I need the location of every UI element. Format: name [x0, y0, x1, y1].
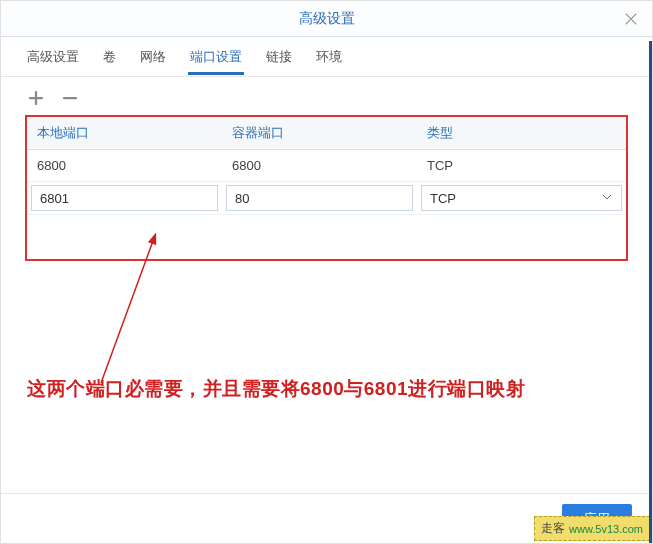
close-button[interactable]	[620, 8, 642, 30]
annotation-text: 这两个端口必需要，并且需要将6800与6801进行端口映射	[27, 376, 525, 402]
tab-volume[interactable]: 卷	[101, 38, 118, 75]
container-port-input[interactable]	[226, 185, 413, 211]
watermark-text: 走客	[541, 520, 565, 537]
col-type: 类型	[417, 117, 626, 149]
tab-ports[interactable]: 端口设置	[188, 38, 244, 75]
plus-icon	[27, 89, 45, 107]
type-select-value: TCP	[430, 191, 456, 206]
cell-type: TCP	[417, 151, 626, 180]
type-select[interactable]: TCP	[421, 185, 622, 211]
col-container-port: 容器端口	[222, 117, 417, 149]
tab-network[interactable]: 网络	[138, 38, 168, 75]
watermark-url: www.5v13.com	[569, 523, 643, 535]
tab-links[interactable]: 链接	[264, 38, 294, 75]
minus-icon	[61, 89, 79, 107]
svg-line-0	[101, 241, 153, 383]
tab-advanced[interactable]: 高级设置	[25, 38, 81, 75]
cell-local-port: 6800	[27, 151, 222, 180]
col-local-port: 本地端口	[27, 117, 222, 149]
content-area: 本地端口 容器端口 类型 6800 6800 TCP TCP	[1, 115, 652, 261]
dialog-titlebar: 高级设置	[1, 1, 652, 37]
dialog-title: 高级设置	[299, 10, 355, 28]
add-row-button[interactable]	[25, 87, 47, 109]
watermark: 走客 www.5v13.com	[534, 516, 650, 541]
table-empty-area	[27, 215, 626, 259]
ports-table: 本地端口 容器端口 类型 6800 6800 TCP TCP	[25, 115, 628, 261]
cell-container-port: 6800	[222, 151, 417, 180]
tab-env[interactable]: 环境	[314, 38, 344, 75]
tabs-bar: 高级设置 卷 网络 端口设置 链接 环境	[1, 37, 652, 77]
table-header-row: 本地端口 容器端口 类型	[27, 117, 626, 150]
table-row[interactable]: 6800 6800 TCP	[27, 150, 626, 182]
local-port-input[interactable]	[31, 185, 218, 211]
advanced-settings-dialog: 高级设置 高级设置 卷 网络 端口设置 链接 环境 本地端口 容器端口 类型 6…	[0, 0, 653, 544]
close-icon	[622, 10, 640, 28]
table-toolbar	[1, 77, 652, 115]
remove-row-button[interactable]	[59, 87, 81, 109]
chevron-down-icon	[601, 191, 613, 206]
table-row[interactable]: TCP	[27, 182, 626, 215]
right-edge-decoration	[649, 41, 652, 543]
